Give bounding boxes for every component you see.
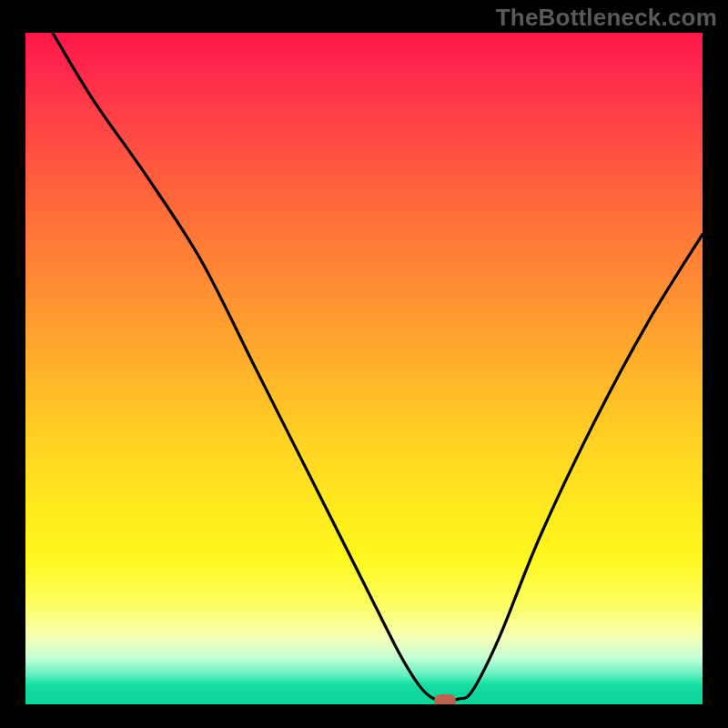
plot-area: [25, 33, 703, 704]
minimum-marker: [434, 694, 456, 704]
bottleneck-curve-path: [53, 33, 703, 701]
watermark-text: TheBottleneck.com: [496, 4, 717, 32]
curve-layer: [25, 33, 703, 704]
chart-frame: TheBottleneck.com: [0, 0, 728, 728]
